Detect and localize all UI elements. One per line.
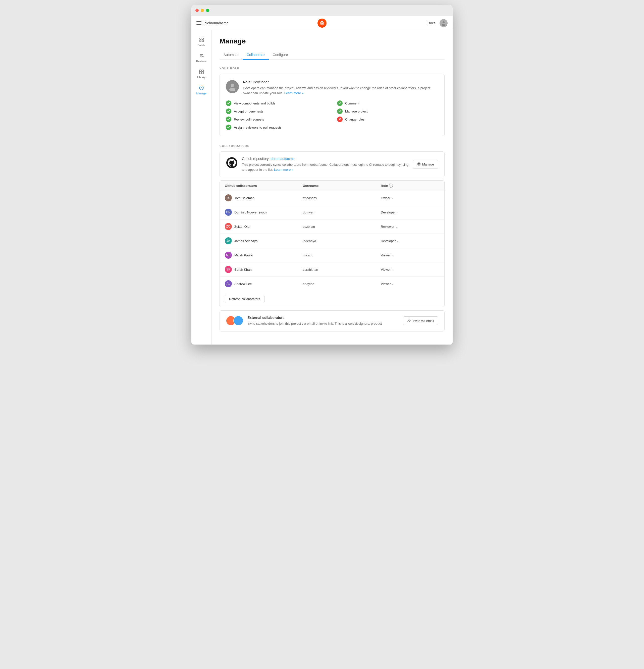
manage-button[interactable]: Manage xyxy=(413,160,438,169)
minimize-button[interactable] xyxy=(201,9,204,12)
col-name: Github collaborators xyxy=(225,184,303,188)
chevron-down-icon: ⌄ xyxy=(392,268,394,271)
user-avatar: AL xyxy=(225,280,232,287)
user-avatar[interactable] xyxy=(439,19,448,27)
role-cell[interactable]: Reviewer ⌄ xyxy=(381,225,439,229)
tab-configure[interactable]: Configure xyxy=(269,50,292,60)
permission-assign: Assign reviewers to pull requests xyxy=(226,125,327,130)
svg-point-12 xyxy=(230,84,234,87)
username-cell: tmeasday xyxy=(303,196,381,200)
role-cell[interactable]: Developer ⌄ xyxy=(381,211,439,214)
sidebar-item-builds[interactable]: Builds xyxy=(193,34,210,49)
your-role-label: YOUR ROLE xyxy=(220,67,445,70)
chevron-down-icon: ⌄ xyxy=(392,283,394,285)
role-description: Developers can manage the project, revie… xyxy=(243,86,438,96)
role-cell[interactable]: Viewer ⌄ xyxy=(381,268,439,271)
main-layout: Builds Reviews xyxy=(192,30,452,344)
username-cell: sarahkhan xyxy=(303,268,381,271)
tab-collaborate[interactable]: Collaborate xyxy=(243,50,269,60)
user-name: Dominic Nguyen (you) xyxy=(234,211,267,214)
svg-rect-10 xyxy=(199,72,201,74)
role-cell[interactable]: Viewer ⌄ xyxy=(381,253,439,257)
github-icon-small xyxy=(417,162,421,167)
external-title: External collaborators xyxy=(248,316,399,320)
permission-review-pr: Review pull requests xyxy=(226,116,327,122)
app-layout: hichroma/acme Docs xyxy=(192,16,452,344)
permission-accept: Accept or deny tests xyxy=(226,109,327,114)
role-cell[interactable]: Viewer ⌄ xyxy=(381,282,439,286)
chevron-down-icon: ⌄ xyxy=(396,211,398,214)
svg-rect-4 xyxy=(200,38,201,40)
sidebar-item-manage[interactable]: Manage xyxy=(193,82,210,97)
maximize-button[interactable] xyxy=(206,9,209,12)
table-row: JA James Adebayo jadebayo Developer ⌄ xyxy=(220,234,444,248)
tab-automate[interactable]: Automate xyxy=(220,50,243,60)
sidebar-item-library[interactable]: Library xyxy=(193,66,210,81)
traffic-lights xyxy=(195,9,209,12)
svg-point-1 xyxy=(321,22,323,24)
sidebar-item-label: Library xyxy=(197,76,206,79)
user-name: Tom Coleman xyxy=(234,196,254,200)
page-title: Manage xyxy=(220,37,445,45)
allowed-icon xyxy=(337,100,342,106)
chromatic-logo xyxy=(318,18,326,28)
col-username: Username xyxy=(303,184,381,188)
external-avatars xyxy=(226,316,243,326)
chevron-down-icon: ⌄ xyxy=(392,254,394,257)
role-info: Role: Developer Developers can manage th… xyxy=(243,80,438,96)
svg-rect-5 xyxy=(200,40,201,42)
svg-point-13 xyxy=(229,88,235,91)
collaborators-table: Github collaborators Username Role i TC … xyxy=(220,180,445,308)
chevron-down-icon: ⌄ xyxy=(391,197,393,199)
user-avatar: TC xyxy=(225,194,232,201)
role-header: Role: Developer Developers can manage th… xyxy=(226,80,438,96)
user-avatar: JA xyxy=(225,237,232,244)
external-info: External collaborators Invite stakeholde… xyxy=(248,316,399,326)
username-cell: domyen xyxy=(303,211,381,214)
invite-button[interactable]: Invite via email xyxy=(403,316,438,325)
allowed-icon xyxy=(226,125,231,130)
allowed-icon xyxy=(226,100,231,106)
close-button[interactable] xyxy=(195,9,199,12)
github-logo xyxy=(226,157,238,169)
nav-right: Docs xyxy=(428,19,448,27)
user-name: Sarah Khan xyxy=(234,268,252,271)
role-cell[interactable]: Developer ⌄ xyxy=(381,239,439,243)
username-cell: jadebayo xyxy=(303,239,381,243)
user-avatar: DN xyxy=(225,209,232,216)
github-repo-link[interactable]: chromaui/acme xyxy=(270,157,295,161)
svg-rect-11 xyxy=(202,72,204,74)
table-row: MP Micah Parillo micahp Viewer ⌄ xyxy=(220,248,444,262)
github-learn-more-link[interactable]: Learn more » xyxy=(274,168,293,172)
role-cell[interactable]: Owner ⌄ xyxy=(381,196,439,200)
username-cell: micahp xyxy=(303,253,381,257)
nav-brand: hichroma/acme xyxy=(205,21,228,25)
svg-rect-8 xyxy=(199,70,201,72)
sidebar-item-reviews[interactable]: Reviews xyxy=(193,50,210,65)
sidebar: Builds Reviews xyxy=(192,30,211,344)
titlebar xyxy=(192,5,452,16)
collaborators-label: COLLABORATORS xyxy=(220,144,445,147)
sidebar-item-label: Builds xyxy=(198,44,205,47)
github-info: Github repository: chromaui/acme This pr… xyxy=(242,157,409,172)
table-body: TC Tom Coleman tmeasday Owner ⌄ DN Domin… xyxy=(220,191,444,291)
svg-rect-9 xyxy=(202,70,204,72)
role-card: Role: Developer Developers can manage th… xyxy=(220,74,445,137)
allowed-icon xyxy=(226,109,231,114)
sidebar-item-label: Reviews xyxy=(196,60,207,63)
manage-icon xyxy=(198,85,205,91)
top-nav: hichroma/acme Docs xyxy=(192,16,452,30)
role-user-avatar xyxy=(226,80,239,93)
github-card: Github repository: chromaui/acme This pr… xyxy=(220,152,445,177)
role-learn-more-link[interactable]: Learn more » xyxy=(284,91,304,95)
svg-point-3 xyxy=(442,24,445,26)
docs-link[interactable]: Docs xyxy=(428,21,435,25)
github-title: Github repository: chromaui/acme xyxy=(242,157,409,161)
external-card: External collaborators Invite stakeholde… xyxy=(220,310,445,331)
builds-icon xyxy=(198,37,205,43)
denied-icon xyxy=(337,116,342,122)
chevron-down-icon: ⌄ xyxy=(395,225,397,228)
svg-rect-7 xyxy=(202,40,204,42)
menu-button[interactable] xyxy=(196,22,201,25)
refresh-collaborators-button[interactable]: Refresh collaborators xyxy=(225,295,265,303)
